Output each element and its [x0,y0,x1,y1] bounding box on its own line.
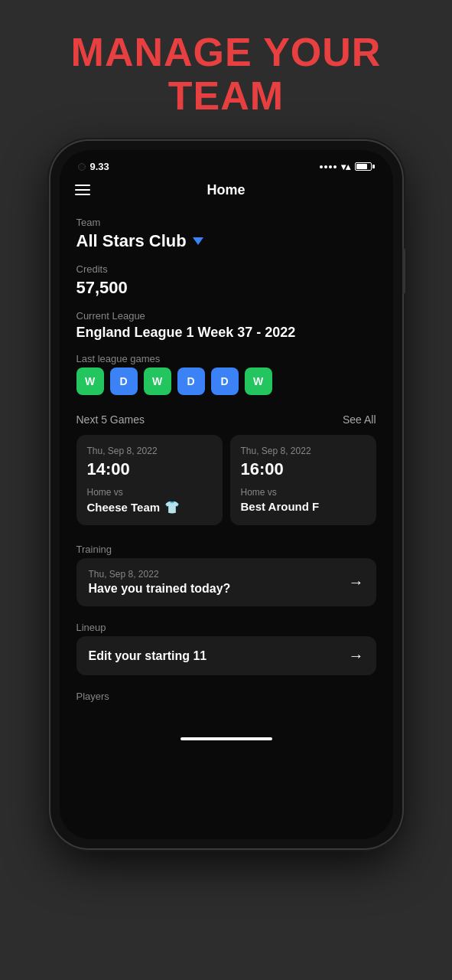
team-name-row: All Stars Club [76,231,376,251]
camera-dot [78,163,86,171]
training-prompt: Have you trained today? [89,582,231,596]
filter-icon[interactable] [193,237,203,245]
status-left: 9.33 [78,161,109,172]
result-badge-0: W [76,368,104,395]
game-vs-1: Home vs [241,487,366,498]
status-bar: 9.33 ▾▴ [60,150,393,178]
wifi-icon: ▾▴ [341,162,350,172]
home-indicator [180,737,272,740]
main-content: Team All Stars Club Credits 57,500 Curre… [60,207,393,725]
phone-frame: 9.33 ▾▴ Home [50,141,402,848]
training-section: Training Thu, Sep 8, 2022 Have you train… [76,544,376,606]
result-badge-3: D [177,368,205,395]
game-opponent-0: Cheese Team 👕 [87,500,212,514]
results-row: WDWDDW [76,368,376,395]
training-label: Training [76,544,376,555]
lineup-label: Lineup [76,622,376,633]
nav-bar: Home [60,178,393,207]
game-date-1: Thu, Sep 8, 2022 [241,446,366,456]
battery-icon [355,162,375,171]
league-name: England League 1 Week 37 - 2022 [76,325,376,341]
see-all-button[interactable]: See All [343,413,376,426]
phone-screen: 9.33 ▾▴ Home [60,150,393,839]
training-arrow: → [349,573,364,591]
headline-line2: TEAM [168,74,284,118]
shirt-icon: 👕 [164,500,180,514]
last-games-label: Last league games [76,353,376,364]
result-badge-5: W [245,368,272,395]
game-vs-0: Home vs [87,487,212,498]
team-label: Team [76,217,376,228]
credits-value: 57,500 [76,278,376,298]
players-label: Players [76,691,376,702]
game-date-0: Thu, Sep 8, 2022 [87,446,212,456]
next-games-label: Next 5 Games [76,413,145,426]
page-headline: MANAGE YOUR TEAM [25,0,428,141]
result-badge-1: D [110,368,138,395]
game-card-0[interactable]: Thu, Sep 8, 2022 14:00 Home vs Cheese Te… [76,435,223,525]
signal-icon [320,165,337,168]
result-badge-4: D [211,368,239,395]
status-time: 9.33 [90,161,109,172]
games-row: Thu, Sep 8, 2022 14:00 Home vs Cheese Te… [76,435,376,525]
team-name: All Stars Club [76,231,187,251]
training-card-left: Thu, Sep 8, 2022 Have you trained today? [89,569,231,596]
lineup-arrow: → [349,647,364,665]
lineup-section: Lineup Edit your starting 11 → [76,622,376,675]
game-time-1: 16:00 [241,459,366,479]
status-right: ▾▴ [320,162,375,172]
game-time-0: 14:00 [87,459,212,479]
game-card-1[interactable]: Thu, Sep 8, 2022 16:00 Home vs Best Arou… [230,435,376,525]
headline-line1: MANAGE YOUR [71,30,382,74]
lineup-action: Edit your starting 11 [89,649,207,663]
league-label: Current League [76,310,376,322]
result-badge-2: W [144,368,171,395]
lineup-card-left: Edit your starting 11 [89,649,207,663]
training-card[interactable]: Thu, Sep 8, 2022 Have you trained today?… [76,558,376,606]
game-opponent-1: Best Around F [241,500,366,513]
lineup-card[interactable]: Edit your starting 11 → [76,636,376,675]
next-games-header: Next 5 Games See All [76,413,376,426]
nav-title: Home [206,182,245,198]
credits-label: Credits [76,263,376,275]
hamburger-menu[interactable] [75,185,90,195]
training-date: Thu, Sep 8, 2022 [89,569,231,580]
